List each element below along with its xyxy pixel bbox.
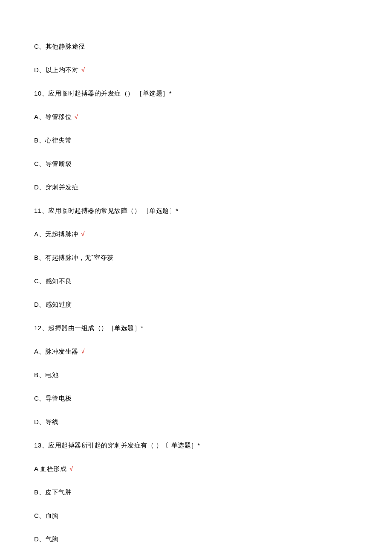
text-line: 10、应用临时起搏器的并发症（） ［单选题］* <box>34 90 358 98</box>
text-line: A、导管移位 √ <box>34 113 358 121</box>
line-text: D、以上均不对 <box>34 66 78 73</box>
text-line: C、导管断裂 <box>34 160 358 168</box>
text-line: B、皮下气肿 <box>34 488 358 497</box>
line-text: C、血胸 <box>34 512 59 519</box>
text-line: 12、起搏器由一组成（）［单选题］* <box>34 324 358 332</box>
line-text: C、其他静脉途径 <box>34 43 85 50</box>
line-text: B、皮下气肿 <box>34 488 72 496</box>
text-line: B、有起搏脉冲，无ˆ室夺获 <box>34 254 358 262</box>
checkmark-icon: √ <box>79 66 85 73</box>
checkmark-icon: √ <box>79 348 85 355</box>
line-text: 13、应用起搏器所引起的穿刺并发症有（ ）〔 单选题］* <box>34 442 200 449</box>
text-line: C、导管电极 <box>34 395 358 403</box>
line-text: A 血栓形成 <box>34 465 66 472</box>
line-text: A、导管移位 <box>34 113 72 120</box>
line-text: B、心律失常 <box>34 137 72 144</box>
line-text: C、导管断裂 <box>34 160 72 167</box>
text-line: D、以上均不对 √ <box>34 66 358 74</box>
line-text: D、穿刺并发症 <box>34 183 78 191</box>
line-text: D、感知过度 <box>34 301 72 308</box>
checkmark-icon: √ <box>72 113 78 120</box>
text-line: D、导线 <box>34 418 358 426</box>
line-text: C、导管电极 <box>34 395 72 402</box>
text-line: A、脉冲发生器 √ <box>34 348 358 356</box>
text-line: A、无起搏脉冲 √ <box>34 230 358 238</box>
text-line: D、感知过度 <box>34 301 358 309</box>
text-line: D、气胸 <box>34 535 358 543</box>
line-text: 12、起搏器由一组成（）［单选题］* <box>34 324 144 331</box>
text-line: C、血胸 <box>34 512 358 520</box>
text-line: C、其他静脉途径 <box>34 43 358 51</box>
line-text: A、脉冲发生器 <box>34 348 78 355</box>
text-line: 13、应用起搏器所引起的穿刺并发症有（ ）〔 单选题］* <box>34 442 358 450</box>
line-text: A、无起搏脉冲 <box>34 230 78 238</box>
line-text: C、感知不良 <box>34 277 72 285</box>
line-text: B、有起搏脉冲，无ˆ室夺获 <box>34 254 114 261</box>
text-line: D、穿刺并发症 <box>34 183 358 192</box>
line-text: D、导线 <box>34 418 59 425</box>
text-line: 11、应用临时起搏器的常见故障（） ［单选题］* <box>34 207 358 215</box>
text-line: B、心律失常 <box>34 137 358 145</box>
line-text: B、电池 <box>34 371 58 378</box>
checkmark-icon: √ <box>67 465 73 472</box>
line-text: 10、应用临时起搏器的并发症（） ［单选题］* <box>34 90 172 97</box>
text-line: B、电池 <box>34 371 358 379</box>
text-line: A 血栓形成 √ <box>34 465 358 473</box>
checkmark-icon: √ <box>79 230 85 238</box>
line-text: 11、应用临时起搏器的常见故障（） ［单选题］* <box>34 207 179 214</box>
document-content: C、其他静脉途径D、以上均不对 √10、应用临时起搏器的并发症（） ［单选题］*… <box>34 43 358 555</box>
line-text: D、气胸 <box>34 535 59 543</box>
text-line: C、感知不良 <box>34 277 358 285</box>
